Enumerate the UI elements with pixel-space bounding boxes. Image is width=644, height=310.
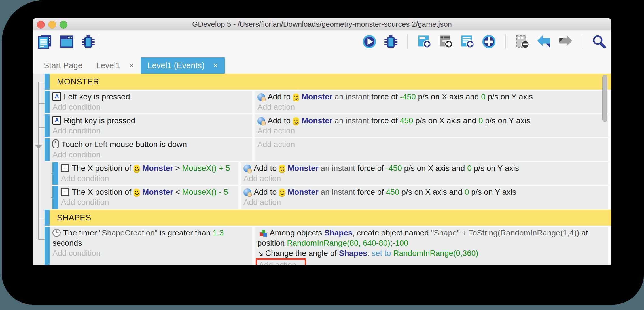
redo-button[interactable] (558, 34, 573, 50)
project-manager-button[interactable] (37, 34, 53, 50)
tab-level1-events[interactable]: Level1 (Events) × (141, 57, 225, 74)
timer-icon (52, 229, 61, 237)
add-action-label[interactable]: Add action (243, 174, 281, 183)
add-action-label[interactable]: Add action (243, 198, 281, 207)
actions-cell[interactable]: Add to Monster an instant force of -450 … (255, 91, 608, 113)
add-action-label[interactable]: Add action (257, 103, 295, 111)
undo-button[interactable] (536, 34, 552, 50)
text-segment: seconds (52, 239, 82, 247)
action-text[interactable]: position RandomInRange(80, 640-80);-100 (255, 238, 608, 248)
action-text[interactable]: ↘Change the angle of Shapes: set to Rand… (255, 248, 608, 258)
add-action-button[interactable]: Add action (255, 139, 608, 150)
actions-cell[interactable]: Add to Monster an instant force of 450 p… (241, 186, 608, 209)
actions-cell[interactable]: Add to Monster an instant force of -450 … (241, 162, 608, 185)
conditions-cell[interactable]: The timer "ShapeCreation" is greater tha… (50, 227, 252, 265)
add-condition-button[interactable]: Add condition (50, 102, 252, 112)
text-segment: "ShapeCreation" (99, 228, 158, 237)
window-title: GDevelop 5 - /Users/florian/Downloads/ge… (192, 20, 452, 29)
add-other-event-button[interactable] (481, 34, 497, 50)
text-segment: 0 (467, 164, 472, 173)
text-segment: Left (64, 92, 77, 101)
tab-label: Level1 (96, 61, 120, 70)
text-segment: an instant (319, 188, 357, 196)
close-tab-icon[interactable]: × (213, 61, 218, 70)
zoom-window-button[interactable] (60, 21, 67, 29)
add-action-button[interactable]: Add action (255, 126, 608, 136)
group-row[interactable]: MONSTER (33, 74, 608, 90)
titlebar[interactable]: GDevelop 5 - /Users/florian/Downloads/ge… (33, 18, 611, 30)
actions-cell[interactable]: Add action (255, 138, 608, 161)
group-header[interactable]: MONSTER (50, 74, 611, 90)
debugger-button[interactable] (80, 34, 96, 50)
event-row[interactable]: Right key is pressedAdd conditionAdd to … (33, 114, 608, 137)
conditions-cell[interactable]: The X position of Monster > MouseX() + 5… (58, 162, 238, 185)
create-icon (260, 232, 263, 236)
text-segment: an instant (332, 92, 371, 101)
action-text[interactable]: Add to Monster an instant force of -450 … (255, 92, 608, 102)
add-action-button[interactable]: Add action (241, 173, 608, 184)
add-action-label[interactable]: Add action (257, 126, 295, 135)
conditions-cell[interactable]: The X position of Monster < MouseX() - 5… (58, 186, 238, 209)
text-segment: key is pressed (77, 92, 130, 101)
undo-icon (537, 34, 551, 49)
action-text[interactable]: Add to Monster an instant force of -450 … (241, 163, 608, 173)
condition-text[interactable]: seconds (50, 238, 252, 248)
text-segment: force of (371, 92, 400, 101)
text-segment: 450 (386, 188, 399, 196)
condition-text[interactable]: The timer "ShapeCreation" is greater tha… (50, 228, 252, 238)
add-comment-icon (460, 34, 475, 49)
action-text[interactable]: Among objects Shapes, create object name… (255, 228, 608, 238)
group-header[interactable]: SHAPES (50, 210, 611, 226)
text-segment: Monster (142, 164, 173, 173)
event-row[interactable]: Touch or Left mouse button is downAdd co… (33, 138, 608, 161)
add-condition-button[interactable]: Add condition (58, 197, 238, 207)
add-condition-button[interactable]: Add condition (58, 173, 238, 184)
vertical-scrollbar[interactable] (602, 75, 607, 122)
add-condition-button[interactable]: Add condition (50, 126, 252, 136)
text-segment: p/s on Y axis (486, 92, 533, 101)
add-event-button[interactable] (416, 34, 432, 50)
condition-text[interactable]: Right key is pressed (50, 116, 252, 126)
scene-editor-button[interactable] (59, 34, 75, 50)
add-condition-button[interactable]: Add condition (50, 248, 252, 258)
conditions-cell[interactable]: Left key is pressedAdd condition (50, 91, 252, 113)
debug-preview-button[interactable] (383, 34, 399, 50)
action-text[interactable]: Add to Monster an instant force of 450 p… (241, 187, 608, 197)
add-condition-button[interactable]: Add condition (50, 150, 252, 160)
position-icon (61, 188, 69, 196)
condition-text[interactable]: Left key is pressed (50, 92, 252, 102)
add-action-button[interactable]: Add action (255, 258, 608, 265)
group-row[interactable]: SHAPES (33, 210, 608, 226)
text-segment: an instant (319, 164, 357, 173)
add-action-button[interactable]: Add action (241, 197, 608, 207)
launch-preview-button[interactable] (361, 34, 377, 50)
close-window-button[interactable] (37, 21, 45, 29)
action-text[interactable]: Add to Monster an instant force of 450 p… (255, 116, 608, 126)
tab-level1[interactable]: Level1 × (89, 57, 141, 74)
scene-window-icon (59, 34, 74, 49)
conditions-cell[interactable]: Touch or Left mouse button is downAdd co… (50, 138, 252, 161)
add-sub-event-button[interactable] (438, 34, 454, 50)
event-row[interactable]: The timer "ShapeCreation" is greater tha… (33, 227, 608, 265)
event-row[interactable]: The X position of Monster < MouseX() - 5… (33, 186, 608, 209)
search-button[interactable] (591, 34, 607, 50)
delete-selection-button[interactable] (514, 34, 530, 50)
conditions-cell[interactable]: Right key is pressedAdd condition (50, 114, 252, 137)
actions-cell[interactable]: Add to Monster an instant force of 450 p… (255, 114, 608, 137)
event-row[interactable]: Left key is pressedAdd conditionAdd to M… (33, 91, 608, 113)
close-tab-icon[interactable]: × (129, 61, 134, 70)
condition-text[interactable]: The X position of Monster > MouseX() + 5 (58, 163, 238, 173)
condition-text[interactable]: The X position of Monster < MouseX() - 5 (58, 187, 238, 197)
actions-cell[interactable]: Among objects Shapes, create object name… (255, 227, 608, 265)
add-action-label[interactable]: Add action (257, 140, 295, 149)
minimize-window-button[interactable] (48, 21, 56, 29)
group-title: MONSTER (57, 77, 99, 86)
condition-text[interactable]: Touch or Left mouse button is down (50, 139, 252, 150)
tab-start-page[interactable]: Start Page (37, 57, 89, 74)
event-row[interactable]: The X position of Monster > MouseX() + 5… (33, 162, 608, 185)
traffic-lights (37, 21, 67, 29)
add-action-highlighted[interactable]: Add action (256, 258, 306, 265)
add-comment-button[interactable] (459, 34, 475, 50)
text-segment: The timer (63, 228, 99, 237)
add-action-button[interactable]: Add action (255, 102, 608, 112)
